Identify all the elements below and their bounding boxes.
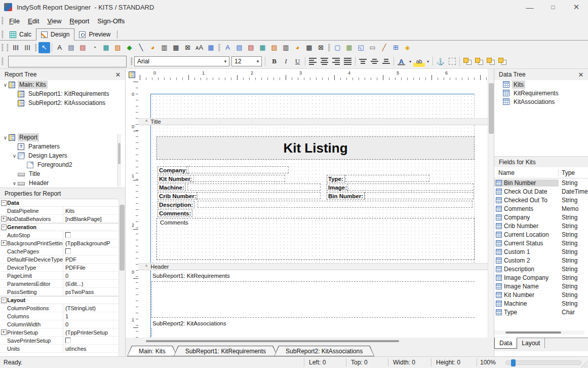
design-label-cribnumber[interactable]: Crib Number: bbox=[158, 192, 198, 200]
property-value[interactable]: PDFFile bbox=[63, 264, 119, 271]
design-label-comments[interactable]: Comments: bbox=[158, 209, 192, 217]
page-tab-main-kits[interactable]: Main: KitsMain: Kits bbox=[127, 346, 177, 356]
property-value[interactable]: PDF bbox=[63, 255, 119, 263]
property-row-saveprintersetup[interactable]: SavePrinterSetup bbox=[0, 337, 119, 345]
calc-tool-icon[interactable]: ▦ bbox=[100, 42, 112, 53]
scrollbar-thumb[interactable] bbox=[489, 83, 494, 134]
font-name-select[interactable]: Arial ▾ bbox=[134, 56, 229, 66]
scrollbar-thumb[interactable] bbox=[146, 340, 399, 342]
dbtext-tool-icon[interactable]: A bbox=[222, 42, 233, 53]
pagebreak-tool-icon[interactable]: ◱ bbox=[355, 42, 367, 53]
property-row-columnwidth[interactable]: ColumnWidth0 bbox=[0, 320, 119, 328]
tab-data[interactable]: Data bbox=[494, 338, 517, 349]
anchor-button[interactable]: ⚓ bbox=[435, 56, 446, 67]
menu-signoffs[interactable]: Sign-Offs bbox=[93, 16, 129, 26]
report-title-object[interactable]: Kit Listing bbox=[156, 136, 475, 160]
field-row-custom-2[interactable]: Custom 2String bbox=[494, 256, 588, 265]
design-label-type[interactable]: Type: bbox=[327, 175, 345, 182]
page-tab-subreport2-kitassociations[interactable]: SubReport2: KitAssociationsSubReport2: K… bbox=[274, 346, 374, 356]
tree-item-header[interactable]: ∨Header bbox=[0, 178, 125, 188]
close-icon[interactable]: ✕ bbox=[577, 71, 585, 79]
property-row-defaultfiledevicetype[interactable]: DefaultFileDeviceTypePDF bbox=[0, 255, 119, 264]
menu-file[interactable]: File bbox=[5, 16, 24, 26]
tree-item-subreport2-kitassociations[interactable]: SubReport2: KitAssociations bbox=[0, 98, 125, 107]
menu-report[interactable]: Report bbox=[65, 16, 93, 26]
expand-icon[interactable]: + bbox=[1, 216, 7, 222]
barcode-icon[interactable]: ||| bbox=[10, 42, 22, 53]
field-row-description[interactable]: DescriptionString bbox=[494, 265, 588, 273]
tree-item-kits[interactable]: Kits bbox=[494, 80, 588, 89]
design-field-cribnumber[interactable] bbox=[197, 192, 321, 199]
property-row-devicetype[interactable]: DeviceTypePDFFile bbox=[0, 264, 119, 272]
barcode-print-icon[interactable]: ||| bbox=[22, 42, 33, 53]
checkbox-tool-icon[interactable]: ⊠ bbox=[182, 42, 193, 53]
subreport1-region[interactable] bbox=[151, 281, 475, 318]
field-row-kit-number[interactable]: Kit NumberString bbox=[494, 290, 588, 299]
property-value[interactable]: utInches bbox=[63, 345, 119, 352]
subreport2-object[interactable]: SubReport2: KitAssociations bbox=[152, 320, 226, 326]
property-group-data[interactable]: −Data bbox=[0, 199, 119, 207]
autosize-font-tool-icon[interactable]: ᴀA bbox=[193, 42, 205, 53]
send-to-back-button[interactable] bbox=[473, 56, 485, 67]
property-row-autostop[interactable]: AutoStop bbox=[0, 231, 119, 239]
move-backward-button[interactable] bbox=[496, 56, 508, 67]
highlight-color-dropdown[interactable]: ▾ bbox=[425, 56, 431, 67]
chevron-down-icon[interactable]: ∨ bbox=[11, 153, 18, 159]
property-row-parameterseditor[interactable]: ParametersEditor(Edit...) bbox=[0, 280, 119, 288]
band-collapse-icon[interactable]: ^ bbox=[145, 264, 147, 269]
property-row-printersetup[interactable]: +PrinterSetup(TppPrinterSetup bbox=[0, 328, 119, 337]
font-color-dropdown[interactable]: ▾ bbox=[407, 56, 413, 67]
design-field-binnumber[interactable] bbox=[365, 192, 474, 199]
image-tool-icon[interactable]: ▨ bbox=[112, 42, 124, 53]
expand-icon[interactable]: + bbox=[1, 240, 7, 246]
property-row-columns[interactable]: Columns1 bbox=[0, 312, 119, 320]
design-field-company[interactable] bbox=[186, 166, 289, 173]
tree-item-foreground2[interactable]: Foreground2 bbox=[0, 160, 125, 169]
tree-item-kitrequirements[interactable]: KitRequirements bbox=[494, 89, 588, 97]
design-surface[interactable]: ^ Title Kit Listing Company:Kit Number:M… bbox=[138, 80, 488, 338]
design-field-description[interactable] bbox=[198, 201, 473, 208]
barcode-tool-icon[interactable]: ▥ bbox=[159, 42, 170, 53]
property-value[interactable]: (TppBackgroundP bbox=[63, 239, 119, 247]
collapse-icon[interactable]: − bbox=[1, 225, 7, 230]
line-tool-icon[interactable]: ╲ bbox=[135, 42, 147, 53]
menu-view[interactable]: View bbox=[43, 16, 65, 26]
zoom-slider-thumb[interactable] bbox=[511, 359, 516, 366]
chevron-down-icon[interactable]: ∨ bbox=[2, 82, 9, 88]
pointer-tool-icon[interactable]: ↖ bbox=[38, 42, 50, 53]
design-field-type[interactable] bbox=[345, 175, 429, 182]
pagestyle-tool-icon[interactable]: ▭ bbox=[367, 42, 378, 53]
property-value[interactable]: (Edit...) bbox=[63, 280, 119, 287]
move-forward-button[interactable] bbox=[485, 56, 496, 67]
align-center-button[interactable] bbox=[319, 56, 330, 67]
tab-calc[interactable]: Calc bbox=[5, 29, 36, 40]
tree-item-report[interactable]: ∨Report bbox=[0, 133, 125, 142]
collapse-icon[interactable]: − bbox=[1, 298, 7, 303]
expand-icon[interactable]: + bbox=[1, 329, 7, 335]
design-label-machine[interactable]: Machine: bbox=[158, 183, 186, 191]
property-value[interactable]: 0 bbox=[63, 272, 119, 279]
field-row-checked-out-to[interactable]: Checked Out ToString bbox=[494, 196, 588, 204]
property-value[interactable]: [ndBlankPage] bbox=[63, 215, 119, 223]
page-tab-subreport1-kitrequirements[interactable]: SubReport1: KitRequirementsSubReport1: K… bbox=[174, 346, 278, 356]
db2dbarcode-tool-icon[interactable]: ▩ bbox=[303, 42, 315, 53]
chevron-down-icon[interactable]: ∨ bbox=[11, 180, 18, 186]
minimize-button[interactable]: — bbox=[518, 0, 541, 14]
italic-button[interactable]: I bbox=[280, 56, 292, 67]
design-label-kitnumber[interactable]: Kit Number: bbox=[158, 175, 194, 182]
font-color-button[interactable]: A bbox=[396, 56, 407, 67]
property-value[interactable]: Kits bbox=[63, 207, 119, 214]
collapse-icon[interactable]: − bbox=[1, 200, 7, 206]
valign-middle-button[interactable] bbox=[369, 56, 380, 67]
field-row-image-company[interactable]: Image CompanyString bbox=[494, 273, 588, 282]
tab-layout[interactable]: Layout bbox=[517, 338, 545, 348]
zoom-slider[interactable] bbox=[505, 360, 581, 365]
property-row-cachepages[interactable]: CachePages bbox=[0, 247, 119, 255]
field-row-comments[interactable]: CommentsMemo bbox=[494, 204, 588, 213]
field-row-crib-number[interactable]: Crib NumberString bbox=[494, 222, 588, 230]
dbcalc-tool-icon[interactable]: ▦ bbox=[257, 42, 268, 53]
dbchart-tool-icon[interactable]: ◕ bbox=[292, 42, 303, 53]
table-tool-icon[interactable]: ▦ bbox=[205, 42, 217, 53]
property-value[interactable]: psTwoPass bbox=[63, 288, 119, 296]
highlight-color-button[interactable]: ab bbox=[413, 56, 425, 67]
